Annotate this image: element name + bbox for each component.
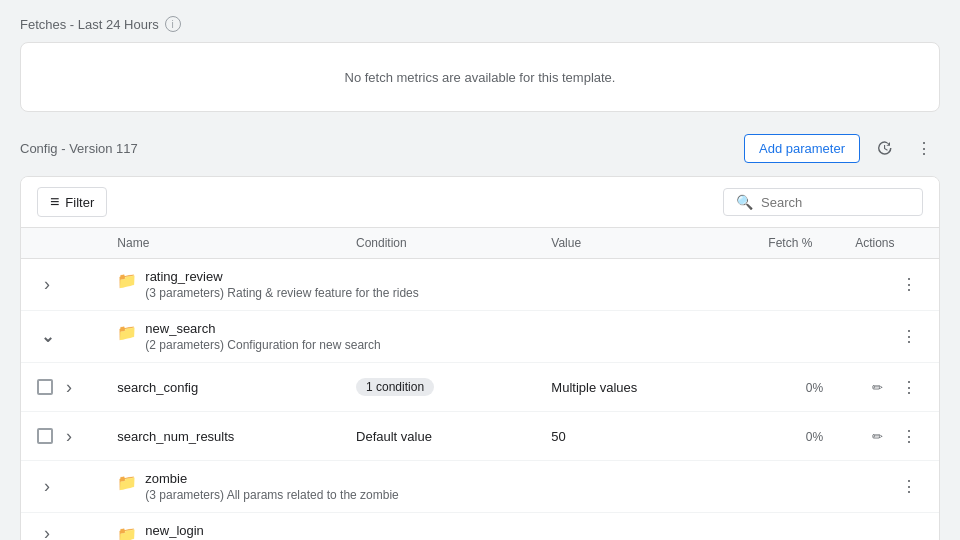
- expand-button[interactable]: [37, 275, 57, 295]
- table-row: 📁 rating_review (3 parameters) Rating & …: [21, 259, 939, 311]
- row-checkbox[interactable]: [37, 428, 53, 444]
- dots-icon: [901, 327, 917, 346]
- col-header-condition: Condition: [340, 228, 535, 259]
- row-description: (3 parameters) All params related to the…: [145, 488, 398, 502]
- expand-cell: [21, 363, 101, 412]
- row-more-button[interactable]: [895, 373, 923, 401]
- dots-icon: [901, 378, 917, 397]
- name-cell: 📁 new_login: [101, 513, 752, 541]
- expand-cell: [21, 311, 101, 363]
- chevron-right-icon: [66, 377, 72, 398]
- table-row: search_num_results Default value 50 0%: [21, 412, 939, 461]
- folder-icon: 📁: [117, 473, 137, 492]
- condition-badge: 1 condition: [356, 378, 434, 396]
- row-description: (2 parameters) Configuration for new sea…: [145, 338, 380, 352]
- row-name: zombie: [145, 471, 398, 486]
- filter-button[interactable]: Filter: [37, 187, 107, 217]
- row-more-button[interactable]: [895, 473, 923, 501]
- config-actions: Add parameter: [744, 132, 940, 164]
- value-cell: Multiple values: [535, 363, 752, 412]
- config-bar: Config - Version 117 Add parameter: [20, 132, 940, 164]
- search-input[interactable]: [761, 195, 910, 210]
- chevron-right-icon: [44, 476, 50, 497]
- row-name: search_num_results: [117, 429, 324, 444]
- dots-icon: [916, 139, 932, 158]
- condition-cell: 1 condition: [340, 363, 535, 412]
- filter-label: Filter: [65, 195, 94, 210]
- actions-cell: [839, 311, 939, 363]
- name-cell: 📁 zombie (3 parameters) All params relat…: [101, 461, 752, 513]
- folder-icon: 📁: [117, 323, 137, 342]
- table-row: 📁 new_search (2 parameters) Configuratio…: [21, 311, 939, 363]
- col-header-expand: [21, 228, 101, 259]
- row-name: new_login: [145, 523, 204, 538]
- actions-cell: [839, 412, 939, 461]
- data-table: Name Condition Value Fetch % Actions 📁: [21, 228, 939, 540]
- fetch-cell: [752, 311, 839, 363]
- table-header-row: Name Condition Value Fetch % Actions: [21, 228, 939, 259]
- expand-button[interactable]: [59, 426, 79, 446]
- edit-button[interactable]: [863, 422, 891, 450]
- col-header-actions: Actions: [839, 228, 939, 259]
- row-checkbox[interactable]: [37, 379, 53, 395]
- fetches-empty-message: No fetch metrics are available for this …: [345, 70, 616, 85]
- row-description: (3 parameters) Rating & review feature f…: [145, 286, 418, 300]
- fetch-cell: [752, 461, 839, 513]
- search-icon: 🔍: [736, 194, 753, 210]
- chevron-right-icon: [44, 274, 50, 295]
- fetch-percent: 0%: [806, 381, 823, 395]
- col-header-name: Name: [101, 228, 340, 259]
- name-cell: search_num_results: [101, 412, 340, 461]
- actions-cell: [839, 363, 939, 412]
- fetch-cell: [752, 513, 839, 541]
- add-parameter-button[interactable]: Add parameter: [744, 134, 860, 163]
- fetches-info-icon[interactable]: i: [165, 16, 181, 32]
- table-container: Filter 🔍 Name Condition Value Fetch % Ac…: [20, 176, 940, 540]
- condition-text: Default value: [356, 429, 432, 444]
- row-name: new_search: [145, 321, 380, 336]
- expand-button[interactable]: [37, 477, 57, 497]
- folder-icon: 📁: [117, 271, 137, 290]
- name-cell: 📁 new_search (2 parameters) Configuratio…: [101, 311, 752, 363]
- expand-button[interactable]: [59, 377, 79, 397]
- condition-cell: Default value: [340, 412, 535, 461]
- chevron-right-icon: [44, 523, 50, 540]
- row-more-button[interactable]: [895, 271, 923, 299]
- col-header-value: Value: [535, 228, 752, 259]
- chevron-right-icon: [66, 426, 72, 447]
- row-more-button[interactable]: [895, 422, 923, 450]
- config-title: Config - Version 117: [20, 141, 138, 156]
- value-text: 50: [551, 429, 565, 444]
- dots-icon: [901, 477, 917, 496]
- expand-button[interactable]: [37, 524, 57, 541]
- table-row: 📁 new_login: [21, 513, 939, 541]
- fetches-header: Fetches - Last 24 Hours i: [20, 16, 940, 32]
- value-text: Multiple values: [551, 380, 637, 395]
- history-icon: [875, 139, 893, 157]
- more-options-button[interactable]: [908, 132, 940, 164]
- filter-icon: [50, 193, 59, 211]
- row-name: rating_review: [145, 269, 418, 284]
- folder-icon: 📁: [117, 525, 137, 540]
- row-more-button[interactable]: [895, 323, 923, 351]
- expand-cell: [21, 259, 101, 311]
- actions-cell: [839, 461, 939, 513]
- pencil-icon: [872, 379, 883, 395]
- actions-cell: [839, 259, 939, 311]
- name-cell: 📁 rating_review (3 parameters) Rating & …: [101, 259, 752, 311]
- expand-button[interactable]: [37, 327, 57, 347]
- search-box: 🔍: [723, 188, 923, 216]
- pencil-icon: [872, 428, 883, 444]
- chevron-down-icon: [41, 327, 54, 346]
- value-cell: 50: [535, 412, 752, 461]
- table-row: 📁 zombie (3 parameters) All params relat…: [21, 461, 939, 513]
- fetch-cell: 0%: [752, 363, 839, 412]
- history-button[interactable]: [868, 132, 900, 164]
- page: Fetches - Last 24 Hours i No fetch metri…: [0, 0, 960, 540]
- edit-button[interactable]: [863, 373, 891, 401]
- expand-cell: [21, 513, 101, 541]
- fetches-title: Fetches - Last 24 Hours: [20, 17, 159, 32]
- dots-icon: [901, 427, 917, 446]
- name-cell: search_config: [101, 363, 340, 412]
- fetch-percent: 0%: [806, 430, 823, 444]
